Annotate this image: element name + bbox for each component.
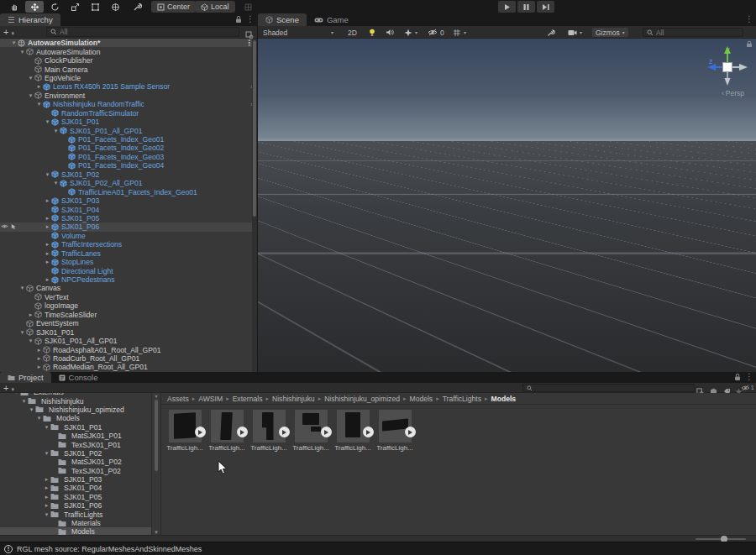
rect-tool-button[interactable] [86, 1, 104, 13]
visibility-toggle-icons[interactable] [1, 223, 17, 230]
asset-item-trafficlight[interactable]: TrafficLigh... [378, 410, 412, 452]
expander-arrow-icon[interactable]: ▾ [18, 329, 26, 336]
hierarchy-scrollbar[interactable] [252, 39, 257, 372]
toggle-2d-button[interactable]: 2D [344, 27, 360, 38]
grid-snap-button[interactable] [239, 1, 257, 13]
hand-tool-button[interactable] [5, 1, 24, 13]
scene-kebab-icon[interactable]: ⋮ [745, 14, 753, 24]
asset-preview-play-button[interactable] [363, 427, 374, 437]
project-folder-materials[interactable]: Materials [0, 519, 151, 527]
expander-arrow-icon[interactable]: ▾ [43, 424, 50, 431]
tab-console[interactable]: Console [51, 372, 106, 383]
expander-arrow-icon[interactable]: ▸ [44, 197, 51, 204]
hierarchy-item-vertext[interactable]: VerText [0, 293, 257, 301]
expander-arrow-icon[interactable]: ▾ [35, 101, 43, 107]
project-tree-scrollbar[interactable]: ▾ ▼ [151, 393, 160, 535]
hierarchy-item-npcpedestrians[interactable]: ▸NPCPedestrians [0, 275, 257, 284]
info-icon[interactable]: ! [4, 545, 13, 553]
breadcrumb-segment[interactable]: Models [409, 395, 433, 403]
expander-arrow-icon[interactable]: ▸ [43, 476, 50, 483]
project-folder-nishishinjuku[interactable]: ▾Nishishinjuku [0, 396, 151, 405]
hierarchy-item-roadmedian-root-all-gp01[interactable]: ▸RoadMedian_Root_All_GP01 [0, 363, 257, 371]
hierarchy-item-canvas[interactable]: ▾Canvas [0, 284, 257, 292]
asset-thumbnail[interactable] [169, 410, 202, 442]
hierarchy-item-p01-facets-index-geo01[interactable]: P01_Facets_Index_Geo01 [0, 135, 257, 144]
breadcrumb-segment[interactable]: Nishishinjuku_opimized [324, 395, 400, 403]
transform-tool-button[interactable] [106, 1, 124, 13]
expander-arrow-icon[interactable]: ▸ [35, 83, 43, 90]
pause-button[interactable] [517, 1, 535, 13]
breadcrumb-segment[interactable]: Models [491, 395, 517, 403]
pivot-center-button[interactable]: Center [151, 1, 196, 13]
orientation-gizmo[interactable]: y z [704, 44, 751, 91]
scene-viewport[interactable]: y z ‹Persp [258, 39, 756, 372]
expander-arrow-icon[interactable]: ▸ [43, 484, 50, 491]
move-tool-button[interactable] [25, 1, 44, 13]
expander-arrow-icon[interactable]: ▾ [43, 450, 50, 457]
asset-item-trafficlight[interactable]: TrafficLigh... [294, 410, 328, 452]
expander-arrow-icon[interactable]: ▾ [28, 406, 35, 413]
hierarchy-item-sjk01-p06[interactable]: ▸SJK01_P06 [0, 223, 257, 231]
asset-thumbnail[interactable] [337, 410, 370, 442]
shading-mode-dropdown[interactable]: Shaded ▾ [260, 27, 337, 38]
tab-hierarchy[interactable]: Hierarchy [0, 13, 60, 26]
project-folder-sjk01-p06[interactable]: ▸SJK01_P06 [0, 501, 151, 510]
hierarchy-item-timescaleslider[interactable]: ▸TimeScaleSlider [0, 311, 257, 319]
scene-search-input[interactable]: All [643, 28, 743, 37]
scene-lighting-button[interactable] [365, 27, 379, 38]
scene-audio-button[interactable] [382, 27, 397, 38]
step-button[interactable] [537, 1, 554, 13]
gizmo-lock-icon[interactable] [746, 40, 753, 48]
kebab-menu-icon[interactable]: ⋮ [246, 14, 255, 24]
expander-arrow-icon[interactable]: ▾ [52, 128, 60, 134]
tab-scene[interactable]: Scene [258, 13, 307, 26]
custom-tool-button[interactable] [128, 1, 146, 13]
asset-thumbnail[interactable] [211, 410, 244, 442]
asset-preview-play-button[interactable] [195, 427, 206, 437]
expander-arrow-icon[interactable]: ▾ [44, 171, 51, 178]
expander-arrow-icon[interactable]: ▸ [35, 364, 43, 370]
scene-visibility-button[interactable]: 0 [424, 27, 448, 38]
hierarchy-item-volume[interactable]: Volume [0, 232, 257, 240]
breadcrumb-segment[interactable]: AWSIM [198, 395, 223, 403]
project-folder-sjk01-p02[interactable]: ▾SJK01_P02 [0, 449, 151, 458]
project-folder-sjk01-p01[interactable]: ▾SJK01_P01 [0, 423, 151, 432]
hierarchy-item-sjk01-p01[interactable]: ▾SJK01_P01 [0, 118, 257, 126]
expander-arrow-icon[interactable]: ▾ [18, 285, 26, 291]
scene-header-row[interactable]: ▾AutowareSimulation*⋮ [0, 39, 257, 47]
project-folder-sjk01-p03[interactable]: ▸SJK01_P03 [0, 475, 151, 484]
scale-tool-button[interactable] [66, 1, 84, 13]
asset-thumbnail[interactable] [295, 410, 328, 442]
scene-tools-button[interactable] [543, 27, 559, 38]
expander-arrow-icon[interactable]: ▾ [18, 49, 26, 55]
asset-item-trafficlight[interactable]: TrafficLigh... [252, 410, 286, 452]
pivot-local-button[interactable]: Local [195, 1, 235, 13]
scene-camera-dropdown[interactable]: ▾ [564, 27, 585, 38]
expander-arrow-icon[interactable]: ▸ [35, 355, 43, 362]
hierarchy-item-p01-facets-index-geo03[interactable]: P01_Facets_Index_Geo03 [0, 153, 257, 161]
hierarchy-item-lexus-rx450h-2015-sample-sensor[interactable]: ▸Lexus RX450h 2015 Sample Sensor› [0, 82, 257, 91]
expander-arrow-icon[interactable]: ▾ [13, 393, 20, 395]
tab-game[interactable]: Game [307, 13, 356, 26]
hierarchy-item-randomtrafficsimulator[interactable]: RandomTrafficSimulator [0, 109, 257, 118]
expander-arrow-icon[interactable]: ▾ [20, 398, 28, 405]
scene-effects-dropdown[interactable]: ▾ [401, 27, 421, 38]
hierarchy-search-input[interactable]: All [46, 27, 239, 37]
hierarchy-item-sjk01-p02[interactable]: ▾SJK01_P02 [0, 170, 257, 179]
hierarchy-item-environment[interactable]: ▾Environment [0, 92, 257, 100]
expander-arrow-icon[interactable]: ▾ [35, 415, 43, 421]
project-search-input[interactable] [522, 384, 695, 392]
asset-item-trafficlight[interactable]: TrafficLigh... [336, 410, 370, 452]
hierarchy-item-logoimage[interactable]: logoImage [0, 301, 257, 310]
hierarchy-item-p01-facets-index-geo02[interactable]: P01_Facets_Index_Geo02 [0, 144, 257, 152]
hierarchy-item-sjk01-p04[interactable]: SJK01_P04 [0, 205, 257, 213]
expander-arrow-icon[interactable]: ▾ [52, 180, 60, 186]
hierarchy-item-trafficlinea01-facets-index-geo01[interactable]: TrafficLineA01_Facets_Index_Geo01 [0, 187, 257, 196]
breadcrumb-segment[interactable]: Assets [167, 395, 189, 403]
asset-preview-play-button[interactable] [237, 427, 248, 437]
project-folder-nishishinjuku-opimized[interactable]: ▾Nishishinjuku_opimized [0, 406, 151, 414]
project-folder-texsjk01-p01[interactable]: TexSJK01_P01 [0, 440, 151, 448]
project-folder-models[interactable]: ▾Models [0, 414, 151, 422]
expander-arrow-icon[interactable]: ▸ [44, 241, 51, 248]
asset-preview-play-button[interactable] [279, 427, 290, 437]
